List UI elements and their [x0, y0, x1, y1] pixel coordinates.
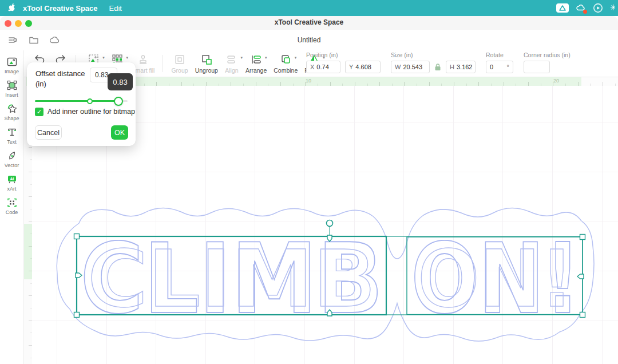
- arrange-icon: [250, 53, 263, 66]
- xcs-logo-icon[interactable]: [556, 3, 569, 13]
- cancel-button[interactable]: Cancel: [35, 125, 62, 140]
- slider-handle[interactable]: [114, 97, 123, 106]
- slider-value-tooltip: 0.83: [108, 73, 133, 90]
- position-y-field[interactable]: Y 4.608: [345, 61, 381, 73]
- chevron-down-icon: ▾: [126, 56, 129, 60]
- smart-fill-icon: [137, 53, 149, 66]
- notification-badge: [583, 10, 587, 14]
- partial-menubar-icon[interactable]: ✳: [610, 3, 615, 13]
- window-titlebar: xTool Creative Space: [0, 16, 618, 30]
- xart-icon: AI: [6, 173, 18, 185]
- offset-distance-dialog: Offset distance (in) 0.83 0.83 ✓ Add inn…: [27, 62, 136, 146]
- inner-outline-checkbox[interactable]: ✓: [35, 108, 43, 116]
- offset-slider[interactable]: [35, 97, 128, 106]
- position-group: Position (in) X 0.74 Y 4.608: [306, 52, 381, 73]
- group-button: Group: [171, 53, 188, 74]
- quick-access-bar: Untitled: [0, 30, 618, 50]
- sidebar-item-insert[interactable]: Insert: [0, 80, 24, 98]
- group-icon: [173, 53, 186, 66]
- shape-icon: [6, 103, 18, 114]
- sidebar-item-vector[interactable]: Vector: [0, 150, 24, 168]
- slider-default-marker: [87, 98, 93, 104]
- property-panel: Position (in) X 0.74 Y 4.608 Size (in): [306, 52, 571, 73]
- corner-radius-group: Corner radius (in): [524, 52, 571, 73]
- lock-ratio-icon[interactable]: [434, 63, 441, 71]
- align-button: ▾ Align: [225, 53, 239, 74]
- code-icon: [6, 197, 18, 208]
- arrange-button[interactable]: ▾ Arrange: [245, 53, 267, 74]
- combine-button[interactable]: ▾ Combine: [274, 53, 298, 74]
- rotate-value: 0: [490, 64, 493, 70]
- position-x-field[interactable]: X 0.74: [306, 61, 340, 73]
- sidebar-item-code[interactable]: Code: [0, 197, 24, 215]
- dialog-title: Offset distance (in): [35, 69, 90, 89]
- window-title: xTool Creative Space: [0, 18, 618, 26]
- degree-unit: °: [507, 64, 509, 70]
- chevron-down-icon: ▾: [265, 56, 267, 60]
- corner-radius-field[interactable]: [524, 61, 550, 73]
- size-h-value: 3.162: [457, 64, 473, 70]
- toolbar-divider: [163, 55, 163, 72]
- tool-sidebar: Image Insert Shape Text Vector AI xArt: [0, 50, 24, 364]
- menubar-edit-menu[interactable]: Edit: [109, 4, 122, 13]
- vector-icon: [6, 150, 18, 161]
- image-icon: [6, 56, 18, 68]
- align-icon: [225, 53, 238, 66]
- chevron-down-icon: ▾: [295, 56, 297, 60]
- size-h-field[interactable]: H 3.162: [446, 61, 476, 73]
- ok-button[interactable]: OK: [111, 125, 128, 140]
- corner-radius-label: Corner radius (in): [524, 52, 571, 58]
- insert-icon: [6, 80, 18, 91]
- sidebar-item-xart[interactable]: AI xArt: [0, 173, 24, 192]
- ruler-label: 10: [306, 78, 311, 84]
- sidebar-item-image[interactable]: Image: [0, 56, 24, 74]
- rotate-field[interactable]: 0 °: [486, 61, 513, 73]
- sidebar-item-text[interactable]: Text: [0, 126, 24, 145]
- size-w-value: 20.543: [403, 64, 422, 70]
- ungroup-icon: [200, 53, 213, 66]
- menubar-app-name[interactable]: xTool Creative Space: [23, 4, 98, 13]
- size-group: Size (in) W 20.543 H 3.162: [391, 52, 476, 73]
- checkbox-label: Add inner outline for bitmap: [47, 108, 135, 116]
- rotate-label: Rotate: [486, 52, 513, 58]
- document-title[interactable]: Untitled: [0, 36, 618, 44]
- position-y-value: 4.608: [355, 64, 371, 70]
- sync-cloud-icon[interactable]: [576, 3, 586, 13]
- combine-icon: [279, 53, 292, 66]
- play-circle-icon[interactable]: [593, 3, 603, 13]
- size-label: Size (in): [391, 52, 476, 58]
- macos-menubar: xTool Creative Space Edit ✳: [0, 0, 618, 16]
- size-w-field[interactable]: W 20.543: [391, 61, 430, 73]
- svg-text:AI: AI: [10, 177, 14, 181]
- chevron-down-icon: ▾: [240, 56, 243, 60]
- position-x-value: 0.74: [316, 64, 328, 70]
- ruler-label: 20: [553, 78, 559, 84]
- xtool-creative-space-app: xTool Creative Space Edit ✳ xTool Creati…: [0, 0, 618, 364]
- ungroup-button[interactable]: Ungroup: [195, 53, 218, 74]
- rotate-group: Rotate 0 °: [486, 52, 513, 73]
- sidebar-item-shape[interactable]: Shape: [0, 103, 24, 121]
- position-label: Position (in): [306, 52, 381, 58]
- slider-fill: [35, 100, 118, 102]
- apple-icon[interactable]: [8, 3, 17, 13]
- chevron-down-icon: ▾: [102, 56, 105, 60]
- text-icon: [6, 126, 18, 138]
- ruler-selection-band: [24, 224, 32, 279]
